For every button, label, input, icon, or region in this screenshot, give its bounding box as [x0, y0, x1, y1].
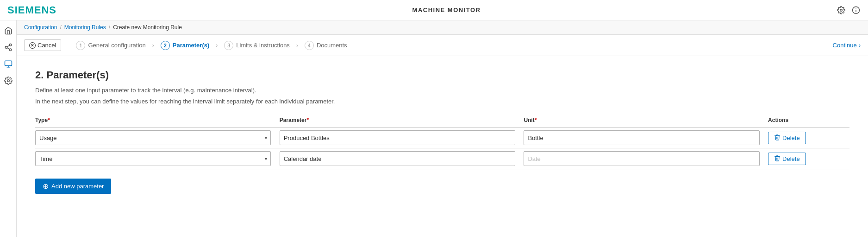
col-header-actions: Actions	[768, 117, 849, 128]
delete-label-2: Delete	[782, 155, 800, 162]
cancel-label: Cancel	[37, 42, 56, 49]
parameter-input-2[interactable]	[280, 151, 515, 166]
page-desc-2: In the next step, you can define the val…	[35, 97, 849, 106]
svg-point-12	[7, 80, 9, 82]
step-4-label: Documents	[317, 42, 347, 49]
parameter-input-1[interactable]	[280, 130, 515, 145]
sidebar-home-icon[interactable]	[2, 24, 15, 37]
add-icon: ⊕	[43, 182, 49, 191]
trash-icon-2	[774, 155, 781, 163]
parameter-cell-1	[280, 128, 524, 148]
sidebar-monitor-icon[interactable]	[2, 58, 15, 70]
breadcrumb-sep-1: /	[60, 24, 61, 31]
cancel-button[interactable]: ✕ Cancel	[24, 39, 61, 51]
wizard-step-3[interactable]: 3 Limits & instructions	[219, 41, 295, 50]
continue-button[interactable]: Continue ›	[833, 42, 861, 49]
svg-line-8	[7, 45, 9, 47]
type-select-wrap-2: Usage Time Event ▾	[35, 151, 271, 166]
continue-label: Continue	[833, 42, 857, 49]
delete-button-2[interactable]: Delete	[768, 153, 806, 165]
col-header-parameter: Parameter*	[280, 117, 524, 128]
continue-arrow-icon: ›	[859, 42, 861, 49]
breadcrumb-current: Create new Monitoring Rule	[113, 24, 182, 31]
col-header-unit: Unit*	[524, 117, 768, 128]
type-cell-1: Usage Time Event ▾	[35, 128, 280, 148]
step-1-label: General configuration	[88, 42, 145, 49]
app-header: SIEMENS MACHINE MONITOR	[0, 0, 868, 20]
settings-icon[interactable]	[837, 6, 846, 15]
step-2-label: Parameter(s)	[173, 42, 210, 49]
siemens-logo: SIEMENS	[7, 4, 56, 16]
breadcrumb-sep-2: /	[109, 24, 110, 31]
sidebar-network-icon[interactable]	[2, 41, 15, 54]
svg-rect-9	[5, 61, 12, 66]
info-icon[interactable]	[851, 6, 861, 15]
trash-icon-1	[774, 134, 781, 142]
table-row: Usage Time Event ▾	[35, 148, 849, 169]
svg-line-7	[7, 48, 9, 49]
step-1-circle: 1	[76, 41, 85, 50]
step-2-circle: 2	[161, 41, 170, 50]
app-title: MACHINE MONITOR	[412, 6, 481, 13]
delete-button-1[interactable]: Delete	[768, 132, 806, 144]
table-row: Usage Time Event ▾	[35, 128, 849, 148]
step-arrow-1: ›	[152, 42, 154, 49]
parameter-cell-2	[280, 148, 524, 169]
parameters-table: Type* Parameter* Unit* Actions	[35, 117, 849, 169]
add-parameter-button[interactable]: ⊕ Add new parameter	[35, 179, 111, 194]
step-4-circle: 4	[305, 41, 314, 50]
main-content: Configuration / Monitoring Rules / Creat…	[17, 20, 868, 237]
add-label: Add new parameter	[51, 183, 104, 190]
breadcrumb-monitoring-rules[interactable]: Monitoring Rules	[64, 24, 106, 31]
delete-label-1: Delete	[782, 135, 800, 141]
svg-point-0	[840, 9, 843, 11]
unit-cell-1	[524, 128, 768, 148]
cancel-icon: ✕	[29, 42, 36, 49]
type-select-1[interactable]: Usage Time Event	[35, 130, 271, 145]
step-3-label: Limits & instructions	[236, 42, 290, 49]
page-desc-1: Define at least one input parameter to t…	[35, 86, 849, 95]
unit-input-2[interactable]	[524, 151, 759, 166]
step-3-circle: 3	[224, 41, 233, 50]
header-icons	[837, 6, 861, 15]
page-content: 2. Parameter(s) Define at least one inpu…	[17, 56, 868, 237]
step-arrow-2: ›	[216, 42, 218, 49]
unit-cell-2	[524, 148, 768, 169]
page-title: 2. Parameter(s)	[35, 69, 849, 81]
sidebar	[0, 20, 17, 237]
col-header-type: Type*	[35, 117, 280, 128]
sidebar-settings-icon[interactable]	[2, 74, 15, 87]
breadcrumb-configuration[interactable]: Configuration	[24, 24, 57, 31]
actions-cell-2: Delete	[768, 148, 849, 169]
breadcrumb: Configuration / Monitoring Rules / Creat…	[17, 20, 868, 35]
wizard-bar: ✕ Cancel 1 General configuration › 2 Par…	[17, 35, 868, 56]
wizard-step-4[interactable]: 4 Documents	[299, 41, 353, 50]
wizard-step-1[interactable]: 1 General configuration	[70, 41, 151, 50]
wizard-step-2[interactable]: 2 Parameter(s)	[155, 41, 215, 50]
unit-input-1[interactable]	[524, 130, 759, 145]
actions-cell-1: Delete	[768, 128, 849, 148]
type-select-wrap-1: Usage Time Event ▾	[35, 130, 271, 145]
type-select-2[interactable]: Usage Time Event	[35, 151, 271, 166]
type-cell-2: Usage Time Event ▾	[35, 148, 280, 169]
step-arrow-3: ›	[296, 42, 298, 49]
